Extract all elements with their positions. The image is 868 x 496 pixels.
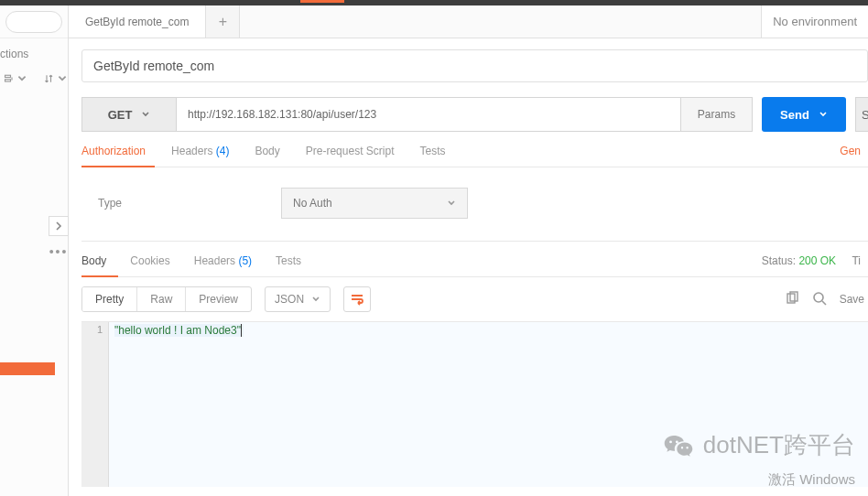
sidebar-active-marker [0, 362, 55, 375]
auth-row: Type No Auth [81, 167, 868, 242]
view-raw[interactable]: Raw [137, 287, 186, 311]
request-tab-label: GetById remote_com [85, 16, 189, 28]
response-body-code[interactable]: "hello world ! I am Node3" [109, 322, 868, 487]
sidebar-sort-icon[interactable] [44, 73, 68, 84]
http-method-selector[interactable]: GET [81, 97, 177, 132]
sidebar-expand-button[interactable] [49, 216, 69, 236]
view-preview[interactable]: Preview [186, 287, 251, 311]
format-select[interactable]: JSON [265, 286, 331, 312]
resp-tab-tests[interactable]: Tests [276, 254, 301, 267]
line-gutter: 1 [81, 322, 109, 487]
sidebar-collections-label[interactable]: ctions [0, 38, 68, 70]
sidebar-search-input[interactable] [5, 11, 62, 33]
view-mode-segment: Pretty Raw Preview [81, 286, 252, 312]
auth-type-select[interactable]: No Auth [281, 188, 468, 219]
tabs-row: GetById remote_com + No environment [69, 5, 868, 38]
request-title-input[interactable]: GetById remote_com [81, 49, 868, 82]
request-sub-tabs: Authorization Headers (4) Body Pre-reque… [81, 145, 868, 167]
sidebar: ctions ••• [0, 5, 69, 496]
tab-authorization[interactable]: Authorization [81, 145, 146, 157]
url-input[interactable]: http://192.168.182.131:80/api/user/123 [177, 97, 681, 132]
tab-body[interactable]: Body [255, 145, 279, 157]
response-status: Status: 200 OK Ti [762, 254, 861, 267]
request-tab[interactable]: GetById remote_com [69, 5, 206, 38]
tab-prerequest[interactable]: Pre-request Script [306, 145, 395, 157]
sidebar-more-icon[interactable]: ••• [49, 242, 69, 262]
environment-label: No environment [773, 15, 857, 28]
response-body-area: 1 "hello world ! I am Node3" [81, 322, 868, 487]
chevron-down-icon [447, 199, 456, 208]
svg-point-4 [814, 293, 823, 302]
auth-type-label: Type [98, 197, 281, 210]
topbar-accent [300, 0, 344, 3]
auth-type-value: No Auth [293, 197, 332, 210]
wrap-lines-button[interactable] [343, 286, 371, 312]
chevron-down-icon [819, 110, 828, 119]
save-button[interactable]: S [855, 97, 868, 132]
save-response-button[interactable]: Save [840, 293, 864, 306]
text-caret [241, 324, 242, 337]
svg-rect-0 [5, 75, 11, 77]
search-response-icon[interactable] [812, 291, 827, 308]
copy-response-icon[interactable] [785, 291, 799, 308]
wrap-icon [350, 293, 364, 306]
response-sub-tabs: Body Cookies Headers (5) Tests Status: 2… [81, 254, 868, 277]
status-code: 200 OK [798, 254, 836, 267]
chevron-down-icon [311, 295, 320, 304]
window-topbar [0, 0, 868, 5]
sidebar-filter-icon[interactable] [4, 73, 27, 84]
tab-tests[interactable]: Tests [419, 145, 445, 157]
params-button[interactable]: Params [681, 97, 753, 132]
line-number: 1 [81, 324, 103, 335]
chevron-down-icon [141, 110, 150, 119]
http-method-label: GET [108, 108, 133, 122]
svg-rect-1 [5, 80, 11, 81]
tab-headers[interactable]: Headers (4) [171, 145, 229, 157]
request-title-text: GetById remote_com [93, 59, 214, 73]
resp-tab-body[interactable]: Body [81, 254, 106, 267]
environment-selector[interactable]: No environment [761, 5, 868, 38]
new-tab-button[interactable]: + [206, 5, 240, 38]
url-value: http://192.168.182.131:80/api/user/123 [188, 108, 376, 121]
resp-tab-cookies[interactable]: Cookies [130, 254, 169, 267]
view-pretty[interactable]: Pretty [82, 287, 137, 311]
send-button[interactable]: Send [762, 97, 846, 132]
generate-code-link[interactable]: Gen [840, 145, 861, 157]
response-line-1: "hello world ! I am Node3" [114, 324, 241, 337]
response-body-toolbar: Pretty Raw Preview JSON [81, 277, 868, 322]
resp-tab-headers[interactable]: Headers (5) [194, 254, 252, 267]
response-time-label: Ti [852, 254, 861, 267]
